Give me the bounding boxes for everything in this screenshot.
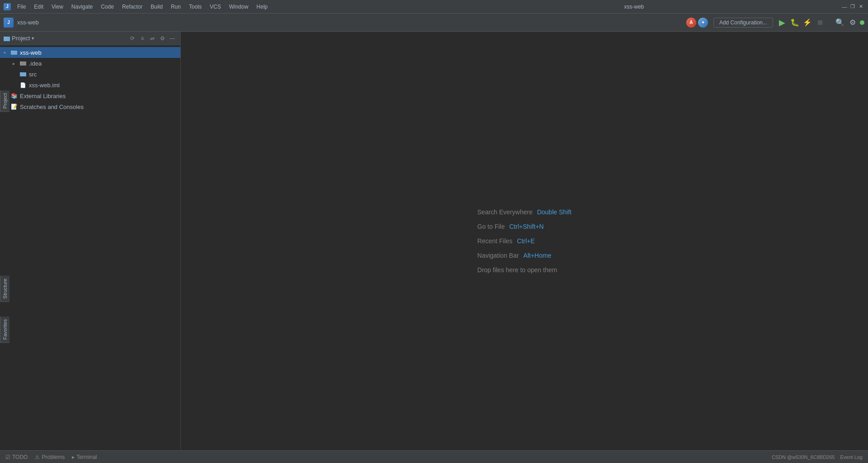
collapse-all-button[interactable]: ≡ (138, 34, 147, 43)
iml-file-icon: 📄 (19, 82, 27, 88)
drop-files-label: Drop files here to open them (477, 266, 557, 274)
menu-window[interactable]: Window (226, 3, 252, 11)
menu-build[interactable]: Build (147, 3, 166, 11)
search-everywhere-label: Search Everywhere (477, 208, 533, 216)
goto-file-label: Go to File (477, 223, 505, 230)
problems-label: Problems (42, 454, 65, 460)
project-label: Project (12, 35, 30, 42)
nav-bar-shortcut: Alt+Home (524, 252, 552, 259)
menu-edit[interactable]: Edit (30, 3, 47, 11)
menu-tools[interactable]: Tools (185, 3, 205, 11)
terminal-icon: ▸ (72, 454, 75, 460)
tree-item-external-libs[interactable]: ▸ 📚 External Libraries (0, 90, 180, 101)
sidebar-item-project[interactable]: Project (0, 90, 9, 112)
project-tree: ▾ xss-web ▸ .idea (0, 45, 180, 450)
sync-button[interactable]: ⟳ (128, 34, 137, 43)
sidebar-item-favorites[interactable]: Favorites (0, 317, 9, 343)
src-folder-icon (19, 71, 27, 77)
menu-vcs[interactable]: VCS (206, 3, 225, 11)
filter-button[interactable]: ⇌ (148, 34, 157, 43)
menu-file[interactable]: File (14, 3, 29, 11)
toolbar: J xss-web A ✦ Add Configuration... ▶ 🐛 ⚡… (0, 14, 868, 32)
close-button[interactable]: ✕ (857, 3, 864, 10)
search-everywhere-button[interactable]: 🔍 (835, 17, 845, 28)
problems-icon: ⚠ (35, 454, 40, 460)
status-right: CSDN @w530N_6C8BD265 Event Log (772, 454, 864, 461)
terminal-label: Terminal (76, 454, 97, 460)
idea-folder-icon (19, 60, 27, 66)
sidebar-toolbar-buttons: ⟳ ≡ ⇌ ⚙ — (128, 34, 177, 43)
chevron-right-icon: ▸ (13, 61, 19, 66)
tree-item-idea[interactable]: ▸ .idea (0, 58, 180, 69)
menu-run[interactable]: Run (167, 3, 184, 11)
svg-rect-5 (20, 61, 22, 62)
root-folder-icon (10, 49, 18, 56)
debug-button[interactable]: 🐛 (789, 17, 800, 28)
svg-rect-7 (20, 72, 22, 73)
editor-area: Search Everywhere Double Shift Go to Fil… (181, 32, 868, 450)
welcome-nav-bar: Navigation Bar Alt+Home (477, 252, 552, 259)
problems-button[interactable]: ⚠ Problems (33, 453, 66, 461)
window-controls: — ❐ ✕ (841, 3, 864, 10)
tree-item-scratches-label: Scratches and Consoles (20, 104, 84, 110)
sidebar-header: Project ▾ ⟳ ≡ ⇌ ⚙ — (0, 32, 180, 45)
sidebar-item-structure[interactable]: Structure (0, 276, 9, 302)
nav-bar-label: Navigation Bar (477, 252, 519, 259)
todo-icon: ☑ (5, 454, 10, 460)
main-area: Project ▾ ⟳ ≡ ⇌ ⚙ — ▾ xs (0, 32, 868, 450)
welcome-content: Search Everywhere Double Shift Go to Fil… (477, 208, 571, 274)
welcome-recent-files: Recent Files Ctrl+E (477, 237, 535, 245)
todo-label: TODO (12, 454, 28, 460)
tree-item-scratches[interactable]: 📝 Scratches and Consoles (0, 101, 180, 112)
search-everywhere-shortcut: Double Shift (537, 208, 571, 216)
chevron-down-icon: ▾ (4, 50, 10, 55)
tree-item-iml[interactable]: 📄 xss-web.iml (0, 80, 180, 90)
welcome-drop-files: Drop files here to open them (477, 266, 557, 274)
tree-item-src[interactable]: src (0, 69, 180, 80)
title-bar: J File Edit View Navigate Code Refactor … (0, 0, 868, 14)
settings-button[interactable]: ⚙ (847, 17, 858, 28)
goto-file-shortcut: Ctrl+Shift+N (509, 223, 543, 230)
tree-item-iml-label: xss-web.iml (29, 82, 60, 89)
tree-item-external-libs-label: External Libraries (20, 93, 66, 99)
minimize-sidebar-button[interactable]: — (168, 34, 177, 43)
gear-icon[interactable]: ⚙ (158, 34, 167, 43)
todo-button[interactable]: ☑ TODO (4, 453, 29, 461)
scratches-icon: 📝 (10, 104, 18, 110)
menu-view[interactable]: View (48, 3, 67, 11)
project-dropdown[interactable]: Project ▾ (4, 35, 34, 42)
window-title: xss-web (427, 4, 841, 10)
tree-item-root[interactable]: ▾ xss-web (0, 47, 180, 58)
welcome-search-everywhere: Search Everywhere Double Shift (477, 208, 571, 216)
event-log-button[interactable]: Event Log (838, 454, 864, 461)
status-indicator (860, 20, 864, 25)
csdn-text: CSDN @w530N_6C8BD265 (772, 454, 835, 460)
add-configuration-button[interactable]: Add Configuration... (713, 18, 773, 28)
svg-rect-3 (11, 51, 13, 52)
external-libs-icon: 📚 (10, 93, 18, 99)
status-bar: ☑ TODO ⚠ Problems ▸ Terminal CSDN @w530N… (0, 450, 868, 463)
coverage-button[interactable]: ⚡ (802, 17, 813, 28)
tree-item-idea-label: .idea (29, 60, 42, 67)
dropdown-arrow-icon: ▾ (32, 36, 34, 41)
menu-help[interactable]: Help (253, 3, 271, 11)
menu-refactor[interactable]: Refactor (118, 3, 146, 11)
account-avatar[interactable]: A (686, 18, 696, 28)
recent-files-label: Recent Files (477, 237, 513, 245)
run-button[interactable]: ▶ (777, 17, 788, 28)
menu-navigate[interactable]: Navigate (68, 3, 96, 11)
maximize-button[interactable]: ❐ (849, 3, 856, 10)
menu-code[interactable]: Code (97, 3, 118, 11)
project-name: xss-web (17, 19, 39, 26)
folder-icon (4, 35, 10, 42)
welcome-goto-file: Go to File Ctrl+Shift+N (477, 223, 544, 230)
project-logo-icon: J (4, 18, 14, 28)
tree-item-root-label: xss-web (20, 49, 42, 56)
ai-button[interactable]: ✦ (698, 18, 708, 28)
stop-button[interactable]: ⏹ (815, 17, 826, 28)
svg-rect-1 (4, 37, 6, 38)
minimize-button[interactable]: — (841, 3, 848, 10)
sidebar: Project ▾ ⟳ ≡ ⇌ ⚙ — ▾ xs (0, 32, 181, 450)
terminal-button[interactable]: ▸ Terminal (70, 453, 99, 461)
tree-item-src-label: src (29, 71, 37, 78)
